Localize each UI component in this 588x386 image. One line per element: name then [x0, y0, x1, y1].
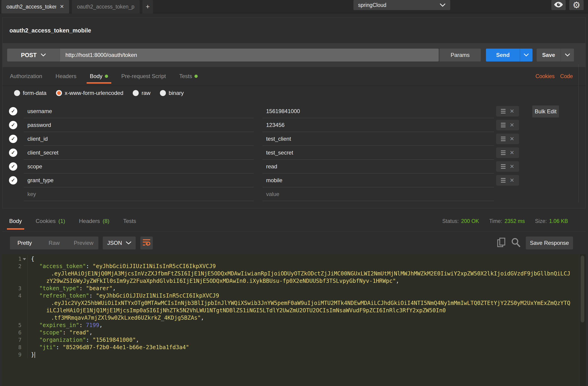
- checkbox-checked-icon[interactable]: ✓: [9, 121, 17, 129]
- radio-icon[interactable]: [133, 90, 139, 96]
- checkbox-checked-icon[interactable]: ✓: [9, 149, 17, 157]
- params-button[interactable]: Params: [439, 49, 481, 61]
- copy-button[interactable]: [497, 237, 505, 248]
- key-cell[interactable]: grant_type: [24, 173, 254, 187]
- value-cell[interactable]: read: [262, 160, 494, 173]
- delete-row-icon[interactable]: ✕: [510, 163, 514, 170]
- key-cell[interactable]: password: [24, 118, 254, 132]
- cookies-link[interactable]: Cookies: [535, 73, 555, 80]
- value-cell[interactable]: 123456: [262, 118, 494, 132]
- value-cell[interactable]: mobile: [262, 173, 494, 187]
- wrap-lines-button[interactable]: [140, 237, 153, 249]
- response-body-viewer[interactable]: 1{2"access_token": "eyJhbGciOiJIUzI1NiIs…: [2, 254, 586, 386]
- response-tab-body[interactable]: Body: [9, 211, 22, 231]
- response-scrollbar[interactable]: [579, 254, 586, 386]
- checkbox-checked-icon[interactable]: ✓: [9, 135, 17, 143]
- environment-preview-button[interactable]: [551, 0, 566, 10]
- row-actions: ✕: [496, 161, 519, 172]
- checkbox-checked-icon[interactable]: ✓: [9, 162, 17, 171]
- response-tab-headers[interactable]: Headers(8): [79, 211, 109, 231]
- key-cell[interactable]: client_secret: [24, 146, 254, 160]
- tab-body[interactable]: Body: [90, 67, 108, 85]
- workspace-tab[interactable]: oauth2_access_token_passv: [72, 0, 140, 13]
- drag-handle-icon[interactable]: [501, 138, 505, 139]
- format-select[interactable]: JSON: [103, 237, 136, 249]
- view-mode-pretty[interactable]: Pretty: [10, 237, 39, 249]
- value-cell[interactable]: value: [262, 187, 494, 201]
- drag-handle-icon[interactable]: [501, 125, 505, 125]
- response-tab-cookies[interactable]: Cookies(1): [36, 211, 65, 231]
- radio-icon[interactable]: [56, 90, 62, 96]
- delete-row-icon[interactable]: ✕: [510, 122, 514, 128]
- response-tab-tests[interactable]: Tests: [123, 211, 136, 231]
- builder-scrollbar[interactable]: [578, 64, 579, 203]
- radio-icon[interactable]: [14, 90, 20, 96]
- row-check-cell: ✓: [2, 121, 24, 129]
- url-input[interactable]: [60, 49, 439, 61]
- save-options-button[interactable]: [561, 49, 574, 61]
- search-button[interactable]: [511, 238, 520, 248]
- send-options-button[interactable]: [520, 49, 532, 61]
- tab-pre-request-script[interactable]: Pre-request Script: [121, 67, 166, 85]
- send-button[interactable]: Send: [486, 49, 532, 61]
- value-cell[interactable]: test_client: [262, 132, 494, 146]
- close-icon[interactable]: ✕: [60, 4, 64, 10]
- radio-icon[interactable]: [160, 90, 166, 96]
- view-mode-raw[interactable]: Raw: [39, 237, 69, 249]
- drag-handle-icon[interactable]: [501, 166, 505, 167]
- row-actions-cell: ✕: [496, 161, 519, 172]
- key-cell[interactable]: scope: [24, 160, 254, 173]
- code-text: "refresh_token": "eyJhbGciOiJIUzI1NiIsIn…: [28, 292, 219, 299]
- request-panel: oauth2_access_token_mobile POST Params S…: [2, 18, 586, 208]
- workspace-tab[interactable]: oauth2_access_token_✕: [1, 0, 69, 13]
- code-line: .tf3MRmqavA7mjZXl9w0ZkLxed6UZkrkZ_4KDjg5…: [2, 314, 586, 322]
- scrollbar-thumb[interactable]: [581, 256, 584, 323]
- line-number: 2: [2, 263, 28, 270]
- environment-select[interactable]: springCloud: [354, 0, 450, 10]
- copy-icon: [497, 244, 505, 248]
- code-link[interactable]: Code: [560, 73, 573, 80]
- size-value: 1.06 KB: [549, 218, 568, 224]
- fold-caret-icon[interactable]: [23, 258, 26, 260]
- body-mode-raw[interactable]: raw: [133, 90, 150, 96]
- settings-button[interactable]: ⚙: [569, 0, 584, 10]
- body-mode-binary[interactable]: binary: [160, 90, 184, 96]
- tab-authorization[interactable]: Authorization: [10, 67, 42, 85]
- chevron-down-icon: [41, 53, 46, 57]
- tab-headers[interactable]: Headers: [56, 67, 77, 85]
- drag-handle-icon[interactable]: [501, 111, 505, 112]
- drag-handle-icon[interactable]: [501, 152, 505, 153]
- delete-row-icon[interactable]: ✕: [510, 149, 514, 156]
- body-mode-x-www-form-urlencoded[interactable]: x-www-form-urlencoded: [56, 90, 124, 96]
- view-mode-preview[interactable]: Preview: [69, 237, 98, 249]
- key-cell[interactable]: key: [24, 187, 254, 201]
- radio-label: binary: [169, 90, 184, 96]
- method-select[interactable]: POST: [7, 49, 60, 61]
- value-cell[interactable]: 15619841000: [262, 104, 494, 118]
- body-mode-form-data[interactable]: form-data: [14, 90, 46, 96]
- delete-row-icon[interactable]: ✕: [510, 177, 514, 183]
- radio-selected-dot: [57, 91, 61, 95]
- checkbox-checked-icon[interactable]: ✓: [9, 107, 17, 115]
- row-actions-cell: ✕: [496, 106, 519, 117]
- code-line: 4"refresh_token": "eyJhbGciOiJIUzI1NiIsI…: [2, 292, 586, 299]
- delete-row-icon[interactable]: ✕: [510, 108, 514, 114]
- drag-handle-icon[interactable]: [501, 180, 505, 181]
- form-row: ✓password123456✕: [2, 118, 519, 132]
- key-cell[interactable]: username: [24, 104, 254, 118]
- tab-tests[interactable]: Tests: [179, 67, 198, 85]
- tab-label: Tests: [123, 218, 136, 224]
- new-tab-button[interactable]: +: [142, 0, 153, 13]
- tab-label: Headers: [56, 73, 77, 80]
- value-cell[interactable]: test_secret: [262, 146, 494, 160]
- save-button[interactable]: Save: [537, 49, 574, 61]
- tab-label: Body: [90, 73, 103, 80]
- checkbox-checked-icon[interactable]: ✓: [9, 176, 17, 184]
- bulk-edit-button[interactable]: Bulk Edit: [532, 105, 559, 118]
- save-response-button[interactable]: Save Response: [526, 237, 573, 249]
- delete-row-icon[interactable]: ✕: [510, 136, 514, 142]
- key-cell[interactable]: client_id: [24, 132, 254, 146]
- status-label: Status:: [442, 218, 459, 224]
- row-actions: ✕: [496, 134, 519, 144]
- send-label: Send: [486, 52, 520, 58]
